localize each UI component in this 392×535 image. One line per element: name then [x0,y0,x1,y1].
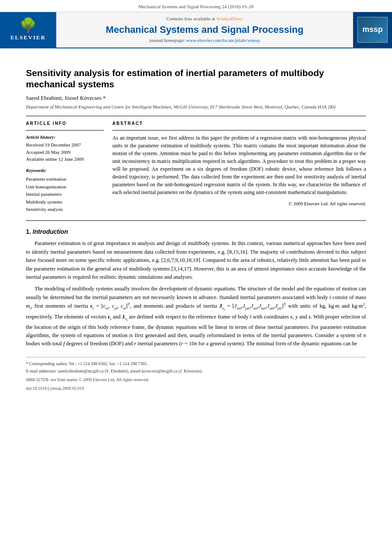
intro-paragraph-1: Parameter estimation is of great importa… [26,239,366,281]
journal-header: 🌳 ELSEVIER Contents lists available at S… [0,12,392,48]
journal-title: Mechanical Systems and Signal Processing [106,24,303,35]
journal-homepage-link[interactable]: www.elsevier.com/locate/jnlabr/ymssp [186,38,260,43]
keyword-5: Sensitivity analysis [26,206,104,213]
article-history-label: Article history: [26,134,104,140]
sciencedirect-availability: Contents lists available at ScienceDirec… [166,16,243,22]
divider-2 [26,220,366,221]
sciencedirect-link[interactable]: ScienceDirect [216,16,243,21]
doi-line: doi:10.1016/j.ymssp.2009.05.019 [26,385,366,392]
footnote-corresponding: * Corresponding author. Tel.: +1 514 398… [26,361,366,367]
abstract-heading: ABSTRACT [112,121,366,127]
elsevier-logo-section: 🌳 ELSEVIER [0,12,56,47]
mssp-logo-section: mssp [353,12,392,47]
paper-authors: Saeed Ebrahimi, József Kövecses * [26,94,366,102]
article-info-heading: ARTICLE INFO [26,121,104,127]
abstract-text: As an important issue, we first address … [112,134,366,196]
keyword-2: Unit homogenization [26,183,104,191]
divider-1 [26,116,366,116]
paper-title: Sensitivity analysis for estimation of i… [26,67,366,90]
footnote-section: * Corresponding author. Tel.: +1 514 398… [26,357,366,392]
article-info-column: ARTICLE INFO Article history: Received 1… [26,121,104,213]
keyword-4: Multibody systems [26,198,104,206]
paper-affiliation: Department of Mechanical Engineering and… [26,104,366,110]
available-date: Available online 12 June 2009 [26,156,104,163]
footnote-email: E-mail addresses: saeed.ebrahimi@mcgill.… [26,368,366,374]
paper-content: Sensitivity analysis for estimation of i… [0,48,392,400]
keywords-label: Keywords: [26,167,104,174]
article-dates: Received 19 December 2007 Accepted 26 Ma… [26,141,104,163]
accepted-date: Accepted 26 May 2009 [26,149,104,156]
abstract-column: ABSTRACT As an important issue, we first… [112,121,366,213]
keyword-3: Inertial parameters [26,191,104,198]
intro-paragraph-2: The modeling of multibody systems usuall… [26,285,366,348]
journal-homepage: journal homepage: www.elsevier.com/locat… [150,37,260,44]
journal-reference: Mechanical Systems and Signal Processing… [0,0,392,12]
keyword-1: Parameter estimation [26,175,104,183]
issn-line: 0888-3270/$- see front matter © 2009 Els… [26,377,366,383]
section-1-title: 1. Introduction [26,228,366,236]
elsevier-tree-icon: 🌳 [10,18,46,32]
elsevier-brand: ELSEVIER [10,34,46,41]
keywords-list: Parameter estimation Unit homogenization… [26,175,104,213]
received-date: Received 19 December 2007 [26,141,104,149]
copyright-line: © 2009 Elsevier Ltd. All rights reserved… [112,201,366,207]
mssp-logo: mssp [357,17,388,43]
journal-title-section: Contents lists available at ScienceDirec… [56,12,353,47]
article-info-abstract: ARTICLE INFO Article history: Received 1… [26,121,366,213]
